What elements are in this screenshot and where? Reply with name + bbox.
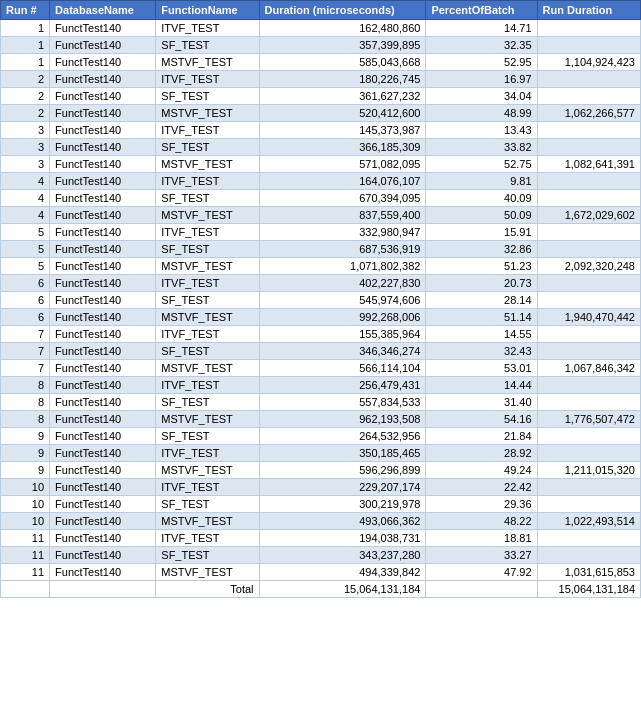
table-cell: 343,237,280: [259, 547, 426, 564]
table-cell: FunctTest140: [50, 37, 156, 54]
table-cell: ITVF_TEST: [156, 71, 259, 88]
table-cell: ITVF_TEST: [156, 326, 259, 343]
table-cell: SF_TEST: [156, 241, 259, 258]
table-cell: 48.99: [426, 105, 537, 122]
table-cell: 52.75: [426, 156, 537, 173]
table-cell: 52.95: [426, 54, 537, 71]
table-cell: 53.01: [426, 360, 537, 377]
table-row: 6FunctTest140MSTVF_TEST992,268,00651.141…: [1, 309, 641, 326]
table-row: 4FunctTest140MSTVF_TEST837,559,40050.091…: [1, 207, 641, 224]
table-cell: 2: [1, 71, 50, 88]
table-cell: ITVF_TEST: [156, 122, 259, 139]
table-cell: 11: [1, 564, 50, 581]
table-cell: 557,834,533: [259, 394, 426, 411]
table-cell: ITVF_TEST: [156, 445, 259, 462]
table-cell: [537, 71, 640, 88]
footer-empty1: [1, 581, 50, 598]
table-cell: 494,339,842: [259, 564, 426, 581]
table-cell: 962,193,508: [259, 411, 426, 428]
table-row: 7FunctTest140MSTVF_TEST566,114,10453.011…: [1, 360, 641, 377]
table-cell: 155,385,964: [259, 326, 426, 343]
table-cell: 180,226,745: [259, 71, 426, 88]
table-cell: FunctTest140: [50, 428, 156, 445]
table-cell: 10: [1, 496, 50, 513]
table-cell: SF_TEST: [156, 496, 259, 513]
table-cell: 9: [1, 462, 50, 479]
table-cell: 2: [1, 88, 50, 105]
table-cell: FunctTest140: [50, 207, 156, 224]
table-cell: 9: [1, 428, 50, 445]
footer-empty-percent: [426, 581, 537, 598]
table-cell: [537, 241, 640, 258]
table-cell: 13.43: [426, 122, 537, 139]
table-cell: 34.04: [426, 88, 537, 105]
table-row: 4FunctTest140SF_TEST670,394,09540.09: [1, 190, 641, 207]
table-cell: 15.91: [426, 224, 537, 241]
footer-total-runduration: 15,064,131,184: [537, 581, 640, 598]
table-cell: 9: [1, 445, 50, 462]
table-cell: 29.36: [426, 496, 537, 513]
table-cell: ITVF_TEST: [156, 479, 259, 496]
table-cell: 5: [1, 258, 50, 275]
table-row: 3FunctTest140ITVF_TEST145,373,98713.43: [1, 122, 641, 139]
table-cell: MSTVF_TEST: [156, 105, 259, 122]
table-cell: 164,076,107: [259, 173, 426, 190]
table-cell: 51.14: [426, 309, 537, 326]
table-cell: FunctTest140: [50, 88, 156, 105]
table-row: 8FunctTest140MSTVF_TEST962,193,50854.161…: [1, 411, 641, 428]
table-cell: SF_TEST: [156, 343, 259, 360]
table-row: 8FunctTest140ITVF_TEST256,479,43114.44: [1, 377, 641, 394]
table-cell: [537, 547, 640, 564]
table-cell: MSTVF_TEST: [156, 360, 259, 377]
table-cell: 596,296,899: [259, 462, 426, 479]
table-cell: 22.42: [426, 479, 537, 496]
table-cell: 3: [1, 139, 50, 156]
table-cell: ITVF_TEST: [156, 20, 259, 37]
table-cell: 28.14: [426, 292, 537, 309]
table-row: 9FunctTest140MSTVF_TEST596,296,89949.241…: [1, 462, 641, 479]
table-row: 1FunctTest140ITVF_TEST162,480,86014.71: [1, 20, 641, 37]
table-cell: SF_TEST: [156, 88, 259, 105]
table-cell: SF_TEST: [156, 37, 259, 54]
table-row: 10FunctTest140SF_TEST300,219,97829.36: [1, 496, 641, 513]
table-cell: 10: [1, 513, 50, 530]
table-cell: 2,092,320,248: [537, 258, 640, 275]
table-cell: 670,394,095: [259, 190, 426, 207]
table-cell: [537, 88, 640, 105]
table-cell: 194,038,731: [259, 530, 426, 547]
table-cell: 14.71: [426, 20, 537, 37]
table-cell: 585,043,668: [259, 54, 426, 71]
table-cell: 545,974,606: [259, 292, 426, 309]
table-row: 10FunctTest140ITVF_TEST229,207,17422.42: [1, 479, 641, 496]
table-cell: MSTVF_TEST: [156, 564, 259, 581]
table-cell: 493,066,362: [259, 513, 426, 530]
table-cell: [537, 377, 640, 394]
table-cell: 145,373,987: [259, 122, 426, 139]
table-cell: [537, 530, 640, 547]
table-cell: MSTVF_TEST: [156, 462, 259, 479]
table-cell: 47.92: [426, 564, 537, 581]
table-cell: 992,268,006: [259, 309, 426, 326]
table-cell: 9.81: [426, 173, 537, 190]
table-cell: FunctTest140: [50, 513, 156, 530]
table-cell: 32.86: [426, 241, 537, 258]
table-cell: 5: [1, 224, 50, 241]
table-row: 6FunctTest140SF_TEST545,974,60628.14: [1, 292, 641, 309]
table-cell: FunctTest140: [50, 173, 156, 190]
table-cell: 28.92: [426, 445, 537, 462]
table-row: 7FunctTest140ITVF_TEST155,385,96414.55: [1, 326, 641, 343]
table-row: 9FunctTest140ITVF_TEST350,185,46528.92: [1, 445, 641, 462]
table-cell: 357,399,895: [259, 37, 426, 54]
table-row: 2FunctTest140ITVF_TEST180,226,74516.97: [1, 71, 641, 88]
table-cell: SF_TEST: [156, 190, 259, 207]
table-cell: 346,346,274: [259, 343, 426, 360]
table-cell: 8: [1, 411, 50, 428]
table-cell: [537, 428, 640, 445]
table-cell: 33.82: [426, 139, 537, 156]
table-cell: 350,185,465: [259, 445, 426, 462]
table-cell: [537, 445, 640, 462]
table-cell: 10: [1, 479, 50, 496]
table-cell: ITVF_TEST: [156, 275, 259, 292]
footer-empty2: [50, 581, 156, 598]
table-cell: FunctTest140: [50, 275, 156, 292]
